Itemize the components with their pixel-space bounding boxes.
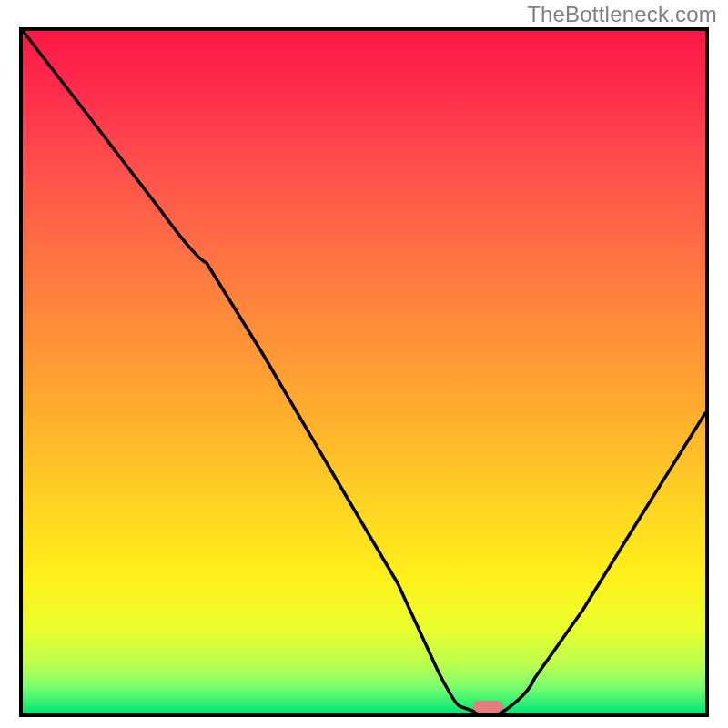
watermark-label: TheBottleneck.com xyxy=(527,2,717,27)
bottleneck-curve xyxy=(23,31,705,713)
optimal-marker xyxy=(473,701,503,713)
chart-stage: TheBottleneck.com xyxy=(0,0,728,728)
curve-layer xyxy=(23,31,705,713)
chart-frame xyxy=(19,27,709,717)
